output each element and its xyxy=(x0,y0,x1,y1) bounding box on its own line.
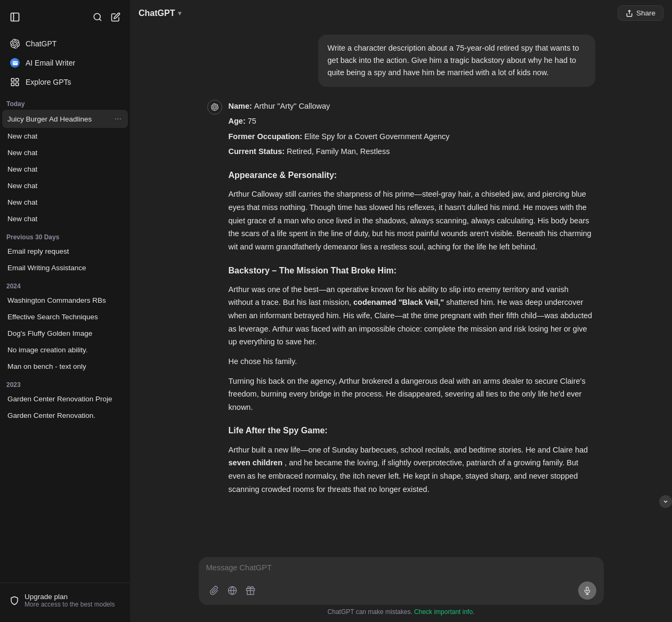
chat-item-email-writing-label: Email Writing Assistance xyxy=(7,264,123,272)
message-input[interactable] xyxy=(206,563,596,576)
section3-bold1: seven children xyxy=(229,458,283,467)
char-name-value: Arthur "Arty" Calloway xyxy=(254,100,330,113)
chat-item-new-5-label: New chat xyxy=(7,198,123,206)
chat-item-new-6[interactable]: New chat xyxy=(2,211,128,227)
section1-title: Appearance & Personality: xyxy=(229,168,595,182)
input-bottom-row xyxy=(206,581,596,600)
sidebar-item-explore-label: Explore GPTs xyxy=(26,78,71,86)
chat-item-garden-proj[interactable]: Garden Center Renovation Proje xyxy=(2,391,128,407)
chat-item-no-image[interactable]: No image creation ability. xyxy=(2,342,128,358)
disclaimer: ChatGPT can make mistakes. Check importa… xyxy=(328,608,475,620)
upgrade-icon xyxy=(10,596,19,605)
chat-item-garden-proj-label: Garden Center Renovation Proje xyxy=(7,395,123,403)
gift-icon xyxy=(246,586,255,595)
chat-item-new-2[interactable]: New chat xyxy=(2,144,128,161)
chat-item-man-on-bench[interactable]: Man on bench - text only xyxy=(2,358,128,375)
web-search-button[interactable] xyxy=(224,583,240,599)
chat-item-new-4-label: New chat xyxy=(7,182,123,190)
svg-rect-13 xyxy=(586,587,588,591)
char-name-label: Name: xyxy=(229,100,252,113)
chat-item-new-6-label: New chat xyxy=(7,215,123,223)
user-message: Write a character description about a 75… xyxy=(318,35,595,87)
chat-item-garden[interactable]: Garden Center Renovation. xyxy=(2,407,128,424)
char-former-label: Former Occupation: xyxy=(229,130,303,143)
section3-text-a: Arthur built a new life—one of Sunday ba… xyxy=(229,446,588,454)
email-icon xyxy=(10,58,20,68)
sidebar-top-icons xyxy=(0,4,130,32)
chat-item-juicy-burger[interactable]: Juicy Burger Ad Headlines ··· xyxy=(2,110,128,128)
assistant-content: Name: Arthur "Arty" Calloway Age: 75 For… xyxy=(229,100,595,503)
grid-icon xyxy=(10,77,20,87)
section-previous-30-days: Previous 30 Days Email reply request Ema… xyxy=(0,227,130,276)
chat-item-dots[interactable]: ··· xyxy=(114,114,123,124)
chat-item-email-reply-label: Email reply request xyxy=(7,247,123,255)
compose-button[interactable] xyxy=(108,9,124,25)
microphone-icon xyxy=(583,586,592,595)
sidebar-item-chatgpt-label: ChatGPT xyxy=(26,39,56,48)
upgrade-plan-sub: More access to the best models xyxy=(25,601,115,608)
gift-button[interactable] xyxy=(242,583,258,599)
scroll-down-indicator[interactable] xyxy=(659,495,672,508)
chat-item-email-reply[interactable]: Email reply request xyxy=(2,243,128,260)
svg-rect-0 xyxy=(11,13,19,21)
chat-item-new-1[interactable]: New chat xyxy=(2,128,128,144)
section-previous-label: Previous 30 Days xyxy=(0,227,130,243)
chat-item-dogs-fluffy[interactable]: Dog's Fluffy Golden Image xyxy=(2,325,128,342)
section-2023: 2023 Garden Center Renovation Proje Gard… xyxy=(0,375,130,424)
share-button[interactable]: Share xyxy=(618,5,663,21)
chat-area: Write a character description about a 75… xyxy=(130,26,672,538)
chatgpt-icon xyxy=(10,38,20,49)
chat-item-email-writing[interactable]: Email Writing Assistance xyxy=(2,260,128,276)
section2-para1: Arthur was one of the best—an operative … xyxy=(229,283,595,349)
chat-item-washington[interactable]: Washington Commanders RBs xyxy=(2,292,128,309)
sidebar-item-ai-email-writer[interactable]: AI Email Writer xyxy=(4,53,126,72)
chat-item-effective-search-label: Effective Search Techniques xyxy=(7,313,123,321)
header-title-text: ChatGPT xyxy=(139,9,175,18)
chevron-down-icon xyxy=(662,498,669,505)
chat-item-new-4[interactable]: New chat xyxy=(2,177,128,194)
header-title-button[interactable]: ChatGPT ▾ xyxy=(139,9,181,18)
section-2024: 2024 Washington Commanders RBs Effective… xyxy=(0,276,130,375)
char-age-label: Age: xyxy=(229,115,246,128)
section-today-label: Today xyxy=(0,94,130,110)
sidebar-item-ai-email-label: AI Email Writer xyxy=(26,59,75,67)
disclaimer-text: ChatGPT can make mistakes. xyxy=(328,608,415,616)
sidebar-bottom: Upgrade plan More access to the best mod… xyxy=(0,583,130,618)
section3-title: Life After the Spy Game: xyxy=(229,423,595,438)
char-former-value: Elite Spy for a Covert Government Agency xyxy=(304,130,449,143)
section2-para3: Turning his back on the agency, Arthur b… xyxy=(229,375,595,414)
svg-line-3 xyxy=(99,19,101,20)
section-2024-label: 2024 xyxy=(0,276,130,292)
section-today: Today Juicy Burger Ad Headlines ··· New … xyxy=(0,94,130,227)
char-status-label: Current Status: xyxy=(229,145,285,158)
input-left-icons xyxy=(206,583,258,599)
upgrade-plan-text: Upgrade plan More access to the best mod… xyxy=(25,593,115,608)
chat-item-effective-search[interactable]: Effective Search Techniques xyxy=(2,309,128,325)
main-panel: ChatGPT ▾ Share Write a character descri… xyxy=(130,0,672,622)
chat-item-new-2-label: New chat xyxy=(7,149,123,157)
section2-title: Backstory – The Mission That Broke Him: xyxy=(229,263,595,278)
svg-rect-6 xyxy=(11,83,14,86)
section2-bold1: codenamed "Black Veil," xyxy=(353,298,444,306)
svg-rect-4 xyxy=(11,78,14,81)
sidebar-item-explore-gpts[interactable]: Explore GPTs xyxy=(4,72,126,92)
user-message-container: Write a character description about a 75… xyxy=(207,35,595,87)
chat-item-new-5[interactable]: New chat xyxy=(2,194,128,211)
chat-item-dogs-fluffy-label: Dog's Fluffy Golden Image xyxy=(7,329,123,337)
toggle-sidebar-button[interactable] xyxy=(6,9,23,26)
chat-item-washington-label: Washington Commanders RBs xyxy=(7,296,123,304)
input-area: ChatGPT can make mistakes. Check importa… xyxy=(130,553,672,622)
char-former-field: Former Occupation: Elite Spy for a Cover… xyxy=(229,130,595,143)
attach-button[interactable] xyxy=(206,583,222,599)
search-button[interactable] xyxy=(90,9,106,25)
section-2023-label: 2023 xyxy=(0,375,130,391)
disclaimer-link[interactable]: Check important info. xyxy=(414,608,474,616)
voice-input-button[interactable] xyxy=(578,581,596,600)
sidebar-nav-items: ChatGPT AI Email Writer Explore GPTs xyxy=(0,32,130,94)
chat-item-new-3[interactable]: New chat xyxy=(2,161,128,177)
main-header: ChatGPT ▾ Share xyxy=(130,0,672,26)
sidebar-item-chatgpt[interactable]: ChatGPT xyxy=(4,34,126,53)
section2-para2: He chose his family. xyxy=(229,355,595,368)
char-status-field: Current Status: Retired, Family Man, Res… xyxy=(229,145,595,158)
upgrade-plan-button[interactable]: Upgrade plan More access to the best mod… xyxy=(4,587,126,613)
